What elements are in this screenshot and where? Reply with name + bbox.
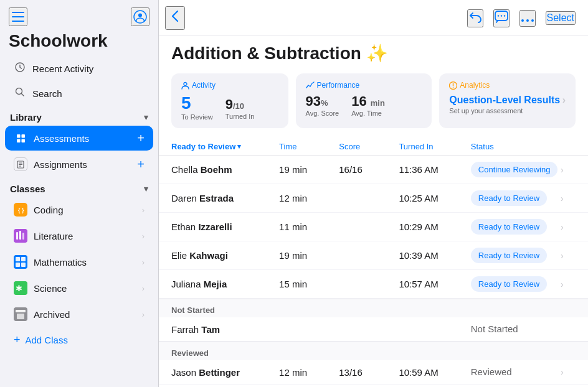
analytics-sub-label: Set up your assessment — [449, 107, 566, 114]
main-header: Select — [159, 0, 588, 35]
mathematics-chevron-icon: › — [142, 258, 145, 267]
classes-chevron-icon: ▾ — [144, 184, 148, 194]
sidebar-toggle-button[interactable] — [9, 7, 27, 26]
student-time: 12 min — [279, 193, 339, 203]
svg-point-34 — [503, 15, 505, 16]
sidebar-item-search[interactable]: Search — [5, 82, 153, 105]
science-item-left: ✱ Science — [14, 281, 67, 295]
status-badge: Ready to Review — [471, 276, 547, 292]
col-header-name[interactable]: Ready to Review ▾ — [171, 142, 279, 151]
svg-rect-24 — [16, 263, 20, 267]
svg-text:✱: ✱ — [16, 284, 22, 293]
col-header-time[interactable]: Time — [279, 142, 339, 151]
library-section-header[interactable]: Library ▾ — [0, 106, 158, 125]
page-title-area: Addition & Subtraction ✨ — [159, 35, 588, 73]
svg-point-37 — [531, 19, 534, 22]
chat-button[interactable] — [493, 9, 510, 27]
table-row[interactable]: Farrah Tam Not Started — [159, 317, 588, 342]
avg-time-label: Avg. Time — [351, 110, 385, 117]
assignments-label: Assignments — [34, 159, 87, 170]
back-button[interactable] — [165, 6, 185, 30]
col-header-turned-in[interactable]: Turned In — [399, 142, 470, 151]
to-review-label: To Review — [181, 113, 213, 121]
table-row[interactable]: Juliana Mejia 15 min 10:57 AM Ready to R… — [159, 270, 588, 299]
question-level-results-link[interactable]: Question-Level Results › — [449, 95, 566, 106]
classes-label: Classes — [10, 184, 45, 194]
student-name: Juliana Mejia — [171, 279, 279, 289]
student-turned-in: 10:39 AM — [399, 250, 470, 261]
add-assignment-button[interactable]: + — [137, 158, 145, 170]
turned-in-label: Turned In — [225, 113, 255, 120]
sidebar: Schoolwork Recent Activity Search Librar… — [0, 0, 159, 387]
table-row[interactable]: Brian Cook 21 min 15/16 11:23 AM Reviewe… — [159, 385, 588, 387]
student-turned-in: 10:29 AM — [399, 221, 470, 232]
table-row[interactable]: Daren Estrada 12 min 10:25 AM Ready to R… — [159, 184, 588, 213]
svg-point-4 — [138, 14, 142, 17]
sidebar-item-assignments[interactable]: Assignments + — [5, 152, 153, 177]
student-status: Ready to Review — [471, 276, 561, 292]
table-row[interactable]: Jason Bettinger 12 min 13/16 10:59 AM Re… — [159, 360, 588, 385]
sidebar-item-archived[interactable]: Archived › — [5, 302, 153, 327]
student-time: 12 min — [279, 367, 339, 378]
literature-item-left: Literature — [14, 229, 73, 243]
student-name: Ethan Izzarelli — [171, 221, 279, 232]
student-turned-in: 10:25 AM — [399, 193, 470, 203]
svg-point-33 — [500, 15, 501, 16]
stats-row: Activity 5 To Review 9/10 Turned In — [159, 73, 588, 138]
search-label: Search — [32, 88, 62, 99]
assessments-label: Assessments — [34, 133, 89, 144]
mathematics-item-left: Mathematics — [14, 255, 87, 269]
svg-rect-2 — [12, 21, 24, 22]
analytics-link-label: Question-Level Results — [449, 95, 560, 106]
student-turned-in: 10:57 AM — [399, 279, 470, 289]
analytics-card: Analytics Question-Level Results › Set u… — [439, 73, 576, 128]
sidebar-item-assessments[interactable]: Assessments + — [5, 126, 153, 151]
svg-point-35 — [521, 19, 524, 22]
performance-values: 93% Avg. Score 16 min Avg. Time — [306, 93, 422, 117]
table-row[interactable]: Chella Boehm 19 min 16/16 11:36 AM Conti… — [159, 156, 588, 184]
add-class-button[interactable]: + Add Class — [5, 328, 153, 352]
assessments-item-left: Assessments — [14, 131, 89, 145]
student-status: Ready to Review — [471, 219, 561, 235]
coding-chevron-icon: › — [142, 205, 145, 215]
table-row[interactable]: Ethan Izzarelli 11 min 10:29 AM Ready to… — [159, 213, 588, 241]
status-badge: Ready to Review — [471, 190, 547, 206]
more-button[interactable] — [519, 10, 536, 27]
svg-rect-7 — [17, 134, 21, 138]
sidebar-top-bar — [0, 0, 158, 29]
literature-icon — [14, 229, 27, 243]
avg-score-label: Avg. Score — [306, 110, 339, 117]
col-header-score[interactable]: Score — [339, 142, 399, 151]
undo-button[interactable] — [467, 9, 483, 27]
student-name: Farrah Tam — [171, 324, 279, 335]
svg-rect-20 — [22, 233, 24, 240]
student-turned-in: 11:36 AM — [399, 164, 470, 175]
archived-chevron-icon: › — [142, 310, 145, 319]
activity-label: Activity — [181, 81, 278, 90]
add-assessment-button[interactable]: + — [137, 132, 145, 144]
sidebar-item-coding[interactable]: { } Coding › — [5, 197, 153, 222]
profile-button[interactable] — [131, 7, 149, 26]
assignments-item-left: Assignments — [14, 157, 87, 171]
sidebar-item-literature[interactable]: Literature › — [5, 223, 153, 248]
svg-rect-23 — [21, 257, 26, 261]
library-label: Library — [10, 112, 42, 123]
status-badge: Continue Reviewing — [471, 162, 558, 177]
row-chevron-icon: › — [561, 279, 576, 289]
student-name: Elie Kahwagi — [171, 250, 279, 261]
sidebar-item-mathematics[interactable]: Mathematics › — [5, 249, 153, 274]
classes-section-header[interactable]: Classes ▾ — [0, 177, 158, 197]
coding-item-left: { } Coding — [14, 203, 64, 217]
student-status: Not Started — [471, 324, 561, 335]
main-content: Select Addition & Subtraction ✨ Activity… — [159, 0, 588, 387]
app-title: Schoolwork — [0, 29, 158, 56]
svg-rect-29 — [16, 310, 26, 312]
sidebar-item-science[interactable]: ✱ Science › — [5, 276, 153, 301]
mathematics-label: Mathematics — [34, 257, 87, 268]
activity-values: 5 To Review 9/10 Turned In — [181, 93, 278, 121]
select-button[interactable]: Select — [546, 11, 576, 25]
table-row[interactable]: Elie Kahwagi 19 min 10:39 AM Ready to Re… — [159, 241, 588, 270]
col-header-status[interactable]: Status — [471, 142, 561, 151]
sidebar-item-recent-activity[interactable]: Recent Activity — [5, 57, 153, 80]
student-time: 19 min — [279, 164, 339, 175]
